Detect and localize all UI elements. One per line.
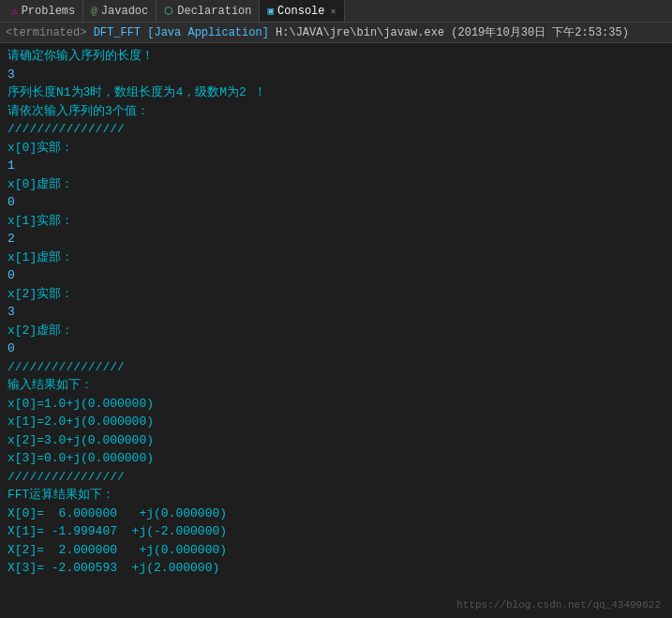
console-line: x[1]虚部： <box>7 249 665 267</box>
console-line: x[3]=0.0+j(0.000000) <box>7 449 665 468</box>
tab-problems-label: Problems <box>22 5 76 18</box>
tab-declaration[interactable]: ⬡ Declaration <box>157 0 260 22</box>
tab-problems[interactable]: ⚠ Problems <box>4 0 83 22</box>
console-line: 0 <box>7 193 665 212</box>
status-bar: <terminated> DFT_FFT [Java Application] … <box>0 23 672 43</box>
watermark: https://blog.csdn.net/qq_43499622 <box>456 599 661 610</box>
console-line: //////////////// <box>7 358 665 377</box>
console-line: 请确定你输入序列的长度！ <box>7 47 665 66</box>
console-line: x[1]实部： <box>7 212 665 231</box>
problems-icon: ⚠ <box>11 5 18 17</box>
console-line: X[0]= 6.000000 +j(0.000000) <box>7 505 665 523</box>
console-line: x[0]=1.0+j(0.000000) <box>7 395 665 414</box>
console-line: 2 <box>7 230 665 249</box>
console-line: x[0]虚部： <box>7 175 665 194</box>
console-line: x[2]实部： <box>7 285 665 304</box>
tab-console-label: Console <box>277 5 324 18</box>
tab-declaration-label: Declaration <box>177 5 251 18</box>
console-line: x[2]=3.0+j(0.000000) <box>7 431 665 450</box>
javadoc-icon: @ <box>91 6 97 17</box>
console-line: 输入结果如下： <box>7 376 665 395</box>
console-line: x[2]虚部： <box>7 322 665 340</box>
tab-javadoc-label: Javadoc <box>101 5 148 18</box>
status-appname: DFT_FFT [Java Application] <box>94 26 269 39</box>
console-output: 请确定你输入序列的长度！3序列长度N1为3时，数组长度为4，级数M为2 ！请依次… <box>0 43 672 614</box>
status-terminated: <terminated> <box>6 26 86 39</box>
console-icon: ▣ <box>267 5 274 17</box>
status-datetime: (2019年10月30日 下午2:53:35) <box>451 26 629 39</box>
console-line: 请依次输入序列的3个值： <box>7 102 665 121</box>
console-line: X[3]= -2.000593 +j(2.000000) <box>7 559 665 578</box>
console-close-icon[interactable]: ✕ <box>331 6 336 17</box>
console-line: 1 <box>7 157 665 175</box>
tab-console[interactable]: ▣ Console ✕ <box>260 0 344 22</box>
console-line: 序列长度N1为3时，数组长度为4，级数M为2 ！ <box>7 83 665 102</box>
declaration-icon: ⬡ <box>164 5 173 17</box>
console-line: 0 <box>7 266 665 285</box>
tab-bar: ⚠ Problems @ Javadoc ⬡ Declaration ▣ Con… <box>0 0 672 23</box>
console-line: 0 <box>7 339 665 358</box>
console-line: FFT运算结果如下： <box>7 486 665 505</box>
console-line: 3 <box>7 303 665 322</box>
console-line: x[0]实部： <box>7 139 665 158</box>
console-line: X[1]= -1.999407 +j(-2.000000) <box>7 522 665 541</box>
status-path: H:\JAVA\jre\bin\javaw.exe <box>276 26 444 39</box>
console-line: 3 <box>7 66 665 84</box>
tab-javadoc[interactable]: @ Javadoc <box>83 0 157 22</box>
console-line: //////////////// <box>7 468 665 487</box>
console-line: x[1]=2.0+j(0.000000) <box>7 413 665 431</box>
console-line: //////////////// <box>7 120 665 139</box>
console-line: X[2]= 2.000000 +j(0.000000) <box>7 541 665 560</box>
